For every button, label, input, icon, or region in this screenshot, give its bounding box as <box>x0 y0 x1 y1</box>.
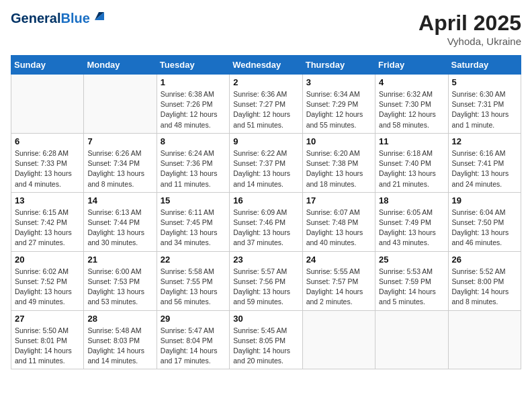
day-number: 1 <box>161 77 226 87</box>
day-cell: 13Sunrise: 6:15 AMSunset: 7:42 PMDayligh… <box>11 192 84 251</box>
day-cell: 5Sunrise: 6:30 AMSunset: 7:31 PMDaylight… <box>448 75 521 134</box>
day-info: Sunrise: 6:28 AMSunset: 7:33 PMDaylight:… <box>15 148 80 189</box>
day-cell: 17Sunrise: 6:07 AMSunset: 7:48 PMDayligh… <box>302 192 375 251</box>
day-cell: 28Sunrise: 5:48 AMSunset: 8:03 PMDayligh… <box>84 310 157 369</box>
day-cell <box>302 310 375 369</box>
day-info: Sunrise: 6:05 AMSunset: 7:49 PMDaylight:… <box>379 208 444 248</box>
day-cell: 12Sunrise: 6:16 AMSunset: 7:41 PMDayligh… <box>448 133 521 192</box>
day-cell <box>375 310 448 369</box>
day-cell: 1Sunrise: 6:38 AMSunset: 7:26 PMDaylight… <box>157 75 229 134</box>
day-number: 5 <box>452 77 517 87</box>
day-number: 9 <box>233 136 298 146</box>
weekday-header-thursday: Thursday <box>302 56 375 75</box>
day-number: 3 <box>306 77 371 87</box>
day-number: 20 <box>15 255 80 265</box>
day-info: Sunrise: 6:16 AMSunset: 7:41 PMDaylight:… <box>452 148 517 189</box>
day-info: Sunrise: 6:18 AMSunset: 7:40 PMDaylight:… <box>379 148 444 189</box>
day-info: Sunrise: 6:15 AMSunset: 7:42 PMDaylight:… <box>15 208 80 248</box>
calendar-table: SundayMondayTuesdayWednesdayThursdayFrid… <box>11 55 521 369</box>
weekday-header-saturday: Saturday <box>448 56 521 75</box>
day-number: 30 <box>233 314 298 324</box>
day-info: Sunrise: 6:11 AMSunset: 7:45 PMDaylight:… <box>161 208 226 248</box>
day-number: 19 <box>452 195 517 205</box>
logo-icon <box>92 8 107 23</box>
logo: GeneralBlue <box>11 11 107 26</box>
week-row-2: 6Sunrise: 6:28 AMSunset: 7:33 PMDaylight… <box>11 133 521 192</box>
day-cell: 18Sunrise: 6:05 AMSunset: 7:49 PMDayligh… <box>375 192 448 251</box>
day-info: Sunrise: 6:13 AMSunset: 7:44 PMDaylight:… <box>87 208 152 248</box>
day-number: 2 <box>233 77 298 87</box>
day-info: Sunrise: 6:34 AMSunset: 7:29 PMDaylight:… <box>306 89 371 130</box>
day-number: 28 <box>87 314 152 324</box>
day-number: 29 <box>161 314 226 324</box>
day-cell: 20Sunrise: 6:02 AMSunset: 7:52 PMDayligh… <box>11 251 84 310</box>
day-info: Sunrise: 6:38 AMSunset: 7:26 PMDaylight:… <box>161 89 226 130</box>
day-info: Sunrise: 5:55 AMSunset: 7:57 PMDaylight:… <box>306 267 371 308</box>
week-row-5: 27Sunrise: 5:50 AMSunset: 8:01 PMDayligh… <box>11 310 521 369</box>
day-info: Sunrise: 6:32 AMSunset: 7:30 PMDaylight:… <box>379 89 444 130</box>
day-cell: 19Sunrise: 6:04 AMSunset: 7:50 PMDayligh… <box>448 192 521 251</box>
day-cell: 10Sunrise: 6:20 AMSunset: 7:38 PMDayligh… <box>302 133 375 192</box>
day-number: 26 <box>452 255 517 265</box>
day-info: Sunrise: 6:20 AMSunset: 7:38 PMDaylight:… <box>306 148 371 189</box>
day-info: Sunrise: 5:50 AMSunset: 8:01 PMDaylight:… <box>15 326 80 367</box>
day-cell: 16Sunrise: 6:09 AMSunset: 7:46 PMDayligh… <box>230 192 302 251</box>
day-cell: 29Sunrise: 5:47 AMSunset: 8:04 PMDayligh… <box>157 310 229 369</box>
weekday-header-wednesday: Wednesday <box>230 56 302 75</box>
title-block: April 2025 Vyhoda, Ukraine <box>418 11 521 47</box>
day-cell: 9Sunrise: 6:22 AMSunset: 7:37 PMDaylight… <box>230 133 302 192</box>
day-cell: 11Sunrise: 6:18 AMSunset: 7:40 PMDayligh… <box>375 133 448 192</box>
day-cell <box>11 75 84 134</box>
day-number: 8 <box>161 136 226 146</box>
day-number: 14 <box>87 195 152 205</box>
day-cell: 2Sunrise: 6:36 AMSunset: 7:27 PMDaylight… <box>230 75 302 134</box>
page-header: GeneralBlue April 2025 Vyhoda, Ukraine <box>11 11 521 47</box>
day-cell: 15Sunrise: 6:11 AMSunset: 7:45 PMDayligh… <box>157 192 229 251</box>
day-info: Sunrise: 6:26 AMSunset: 7:34 PMDaylight:… <box>87 148 152 189</box>
day-number: 15 <box>161 195 226 205</box>
weekday-header-sunday: Sunday <box>11 56 84 75</box>
logo-text: GeneralBlue <box>11 11 90 26</box>
day-info: Sunrise: 5:53 AMSunset: 7:59 PMDaylight:… <box>379 267 444 308</box>
day-cell: 3Sunrise: 6:34 AMSunset: 7:29 PMDaylight… <box>302 75 375 134</box>
weekday-header-row: SundayMondayTuesdayWednesdayThursdayFrid… <box>11 56 521 75</box>
day-number: 27 <box>15 314 80 324</box>
month-title: April 2025 <box>418 11 521 36</box>
weekday-header-monday: Monday <box>84 56 157 75</box>
day-info: Sunrise: 6:22 AMSunset: 7:37 PMDaylight:… <box>233 148 298 189</box>
day-info: Sunrise: 6:36 AMSunset: 7:27 PMDaylight:… <box>233 89 298 130</box>
day-number: 12 <box>452 136 517 146</box>
day-info: Sunrise: 6:30 AMSunset: 7:31 PMDaylight:… <box>452 89 517 130</box>
week-row-3: 13Sunrise: 6:15 AMSunset: 7:42 PMDayligh… <box>11 192 521 251</box>
day-cell: 8Sunrise: 6:24 AMSunset: 7:36 PMDaylight… <box>157 133 229 192</box>
day-cell: 6Sunrise: 6:28 AMSunset: 7:33 PMDaylight… <box>11 133 84 192</box>
day-number: 23 <box>233 255 298 265</box>
day-cell: 4Sunrise: 6:32 AMSunset: 7:30 PMDaylight… <box>375 75 448 134</box>
week-row-4: 20Sunrise: 6:02 AMSunset: 7:52 PMDayligh… <box>11 251 521 310</box>
day-cell <box>448 310 521 369</box>
day-number: 16 <box>233 195 298 205</box>
weekday-header-friday: Friday <box>375 56 448 75</box>
day-info: Sunrise: 5:45 AMSunset: 8:05 PMDaylight:… <box>233 326 298 367</box>
day-cell: 22Sunrise: 5:58 AMSunset: 7:55 PMDayligh… <box>157 251 229 310</box>
day-number: 25 <box>379 255 444 265</box>
day-info: Sunrise: 5:52 AMSunset: 8:00 PMDaylight:… <box>452 267 517 308</box>
day-info: Sunrise: 6:04 AMSunset: 7:50 PMDaylight:… <box>452 208 517 248</box>
day-number: 7 <box>87 136 152 146</box>
day-number: 22 <box>161 255 226 265</box>
day-number: 10 <box>306 136 371 146</box>
day-number: 24 <box>306 255 371 265</box>
day-info: Sunrise: 6:00 AMSunset: 7:53 PMDaylight:… <box>87 267 152 308</box>
day-number: 11 <box>379 136 444 146</box>
day-cell: 27Sunrise: 5:50 AMSunset: 8:01 PMDayligh… <box>11 310 84 369</box>
day-info: Sunrise: 5:58 AMSunset: 7:55 PMDaylight:… <box>161 267 226 308</box>
day-info: Sunrise: 6:02 AMSunset: 7:52 PMDaylight:… <box>15 267 80 308</box>
day-number: 13 <box>15 195 80 205</box>
day-number: 4 <box>379 77 444 87</box>
day-info: Sunrise: 5:48 AMSunset: 8:03 PMDaylight:… <box>87 326 152 367</box>
day-cell: 7Sunrise: 6:26 AMSunset: 7:34 PMDaylight… <box>84 133 157 192</box>
day-cell: 24Sunrise: 5:55 AMSunset: 7:57 PMDayligh… <box>302 251 375 310</box>
day-info: Sunrise: 6:09 AMSunset: 7:46 PMDaylight:… <box>233 208 298 248</box>
day-number: 6 <box>15 136 80 146</box>
day-info: Sunrise: 6:07 AMSunset: 7:48 PMDaylight:… <box>306 208 371 248</box>
